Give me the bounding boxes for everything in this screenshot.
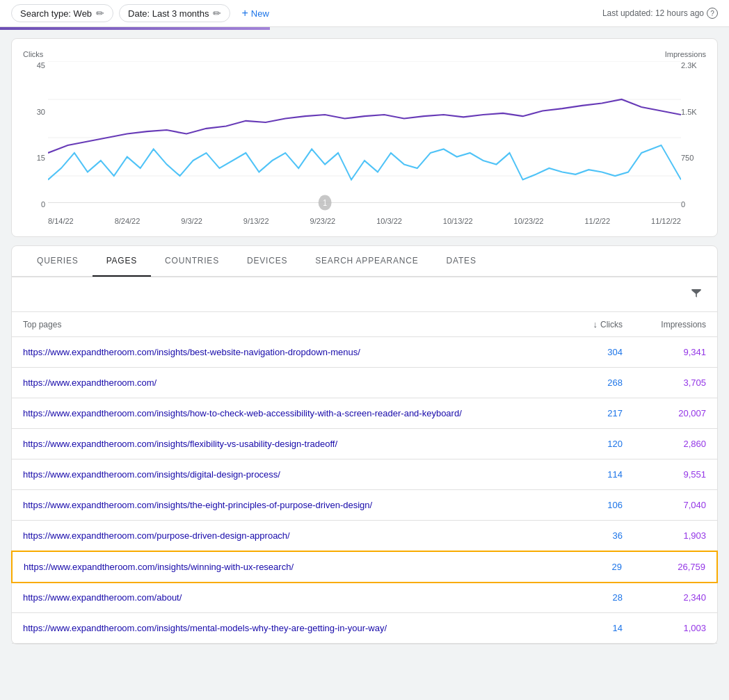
x-label-6: 10/13/22 — [443, 217, 473, 225]
y-left-30: 30 — [37, 108, 45, 116]
tabs-container: QUERIES PAGES COUNTRIES DEVICES SEARCH A… — [11, 245, 718, 277]
new-button[interactable]: + New — [236, 4, 274, 22]
table-row[interactable]: https://www.expandtheroom.com/insights/f… — [12, 429, 717, 459]
tabs: QUERIES PAGES COUNTRIES DEVICES SEARCH A… — [12, 246, 717, 277]
tab-devices[interactable]: DEVICES — [233, 246, 301, 277]
clicks-value: 268 — [539, 377, 623, 388]
help-icon[interactable]: ? — [707, 8, 718, 19]
impressions-value: 3,705 — [623, 377, 706, 388]
impressions-value: 7,040 — [623, 500, 706, 510]
impressions-value: 9,341 — [623, 347, 706, 357]
clicks-value: 29 — [538, 562, 622, 572]
table-row[interactable]: https://www.expandtheroom.com/insights/h… — [12, 398, 717, 429]
progress-bar — [0, 27, 270, 30]
page-url[interactable]: https://www.expandtheroom.com/insights/f… — [23, 439, 539, 449]
tab-countries[interactable]: COUNTRIES — [151, 246, 233, 277]
y-right-750: 750 — [681, 154, 694, 162]
y-axis-left: 45 30 15 0 — [23, 61, 45, 209]
x-label-5: 10/3/22 — [376, 217, 402, 225]
svg-text:1: 1 — [323, 198, 327, 207]
tab-pages[interactable]: PAGES — [93, 246, 151, 277]
filter-button[interactable] — [687, 283, 706, 306]
search-type-filter[interactable]: Search type: Web ✏ — [11, 4, 113, 22]
table-rows: https://www.expandtheroom.com/insights/b… — [12, 337, 717, 644]
chart-svg-area: 1 — [48, 61, 681, 214]
clicks-value: 106 — [539, 500, 623, 510]
impressions-axis-label: Impressions — [665, 50, 706, 58]
clicks-value: 217 — [539, 408, 623, 418]
sort-down-icon: ↓ — [593, 319, 598, 329]
last-updated-text: Last updated: 12 hours ago — [602, 8, 704, 18]
filter-row — [12, 277, 717, 312]
date-label: Date: Last 3 months — [128, 8, 209, 19]
page-url[interactable]: https://www.expandtheroom.com/insights/t… — [23, 500, 539, 510]
impressions-value: 2,340 — [623, 592, 706, 603]
table-row[interactable]: https://www.expandtheroom.com/insights/d… — [12, 459, 717, 490]
top-bar: Search type: Web ✏ Date: Last 3 months ✏… — [0, 0, 729, 27]
y-axis-right: 2.3K 1.5K 750 0 — [681, 61, 706, 209]
col-header-page: Top pages — [23, 320, 539, 329]
impressions-value: 9,551 — [623, 469, 706, 480]
impressions-value: 20,007 — [623, 408, 706, 418]
last-updated: Last updated: 12 hours ago ? — [602, 8, 718, 19]
page-url[interactable]: https://www.expandtheroom.com/insights/b… — [23, 347, 539, 357]
col-header-impressions: Impressions — [623, 320, 706, 329]
clicks-value: 14 — [539, 623, 623, 633]
clicks-value: 114 — [539, 469, 623, 480]
x-label-8: 11/2/22 — [584, 217, 610, 225]
clicks-value: 28 — [539, 592, 623, 603]
x-label-2: 9/3/22 — [181, 217, 202, 225]
page-url[interactable]: https://www.expandtheroom.com/insights/w… — [24, 562, 538, 572]
x-label-0: 8/14/22 — [48, 217, 74, 225]
edit-icon-date: ✏ — [213, 8, 221, 19]
clicks-value: 120 — [539, 439, 623, 449]
page-url[interactable]: https://www.expandtheroom.com/purpose-dr… — [23, 530, 539, 541]
clicks-value: 304 — [539, 347, 623, 357]
table-container: Top pages ↓ Clicks Impressions https://w… — [11, 277, 718, 644]
x-label-7: 10/23/22 — [514, 217, 544, 225]
impressions-value: 1,003 — [623, 623, 706, 633]
impressions-value: 26,759 — [622, 562, 705, 572]
y-right-0: 0 — [681, 200, 685, 209]
table-row[interactable]: https://www.expandtheroom.com/about/282,… — [12, 583, 717, 613]
chart-container: Clicks Impressions 45 30 15 0 2.3K 1.5K … — [11, 38, 718, 237]
y-right-1.5k: 1.5K — [681, 108, 697, 116]
table-row[interactable]: https://www.expandtheroom.com/2683,705 — [12, 368, 717, 398]
y-left-45: 45 — [37, 61, 45, 70]
date-filter[interactable]: Date: Last 3 months ✏ — [119, 4, 230, 22]
y-right-2.3k: 2.3K — [681, 61, 697, 70]
x-label-4: 9/23/22 — [310, 217, 336, 225]
table-row[interactable]: https://www.expandtheroom.com/insights/m… — [12, 613, 717, 644]
page-url[interactable]: https://www.expandtheroom.com/insights/d… — [23, 469, 539, 480]
tab-search-appearance[interactable]: SEARCH APPEARANCE — [301, 246, 432, 277]
chart-header: Clicks Impressions — [23, 50, 706, 58]
clicks-axis-label: Clicks — [23, 50, 43, 58]
search-type-label: Search type: Web — [20, 8, 92, 19]
x-label-3: 9/13/22 — [243, 217, 269, 225]
page-url[interactable]: https://www.expandtheroom.com/insights/h… — [23, 408, 539, 418]
edit-icon: ✏ — [96, 8, 104, 19]
page-url[interactable]: https://www.expandtheroom.com/ — [23, 377, 539, 388]
page-url[interactable]: https://www.expandtheroom.com/about/ — [23, 592, 539, 603]
tab-dates[interactable]: DATES — [433, 246, 490, 277]
y-left-0: 0 — [41, 200, 45, 209]
x-axis-labels: 8/14/22 8/24/22 9/3/22 9/13/22 9/23/22 1… — [48, 214, 681, 225]
tab-queries[interactable]: QUERIES — [23, 246, 93, 277]
col-header-clicks: ↓ Clicks — [539, 319, 623, 329]
page-url[interactable]: https://www.expandtheroom.com/insights/m… — [23, 623, 539, 633]
impressions-value: 2,860 — [623, 439, 706, 449]
table-header: Top pages ↓ Clicks Impressions — [12, 312, 717, 337]
impressions-value: 1,903 — [623, 530, 706, 541]
table-row[interactable]: https://www.expandtheroom.com/insights/t… — [12, 490, 717, 521]
new-button-label: New — [251, 8, 269, 19]
table-row[interactable]: https://www.expandtheroom.com/insights/w… — [11, 551, 718, 583]
plus-icon: + — [241, 7, 248, 19]
x-label-1: 8/24/22 — [115, 217, 141, 225]
table-row[interactable]: https://www.expandtheroom.com/purpose-dr… — [12, 521, 717, 551]
clicks-value: 36 — [539, 530, 623, 541]
x-label-9: 11/12/22 — [651, 217, 681, 225]
y-left-15: 15 — [37, 154, 45, 162]
table-row[interactable]: https://www.expandtheroom.com/insights/b… — [12, 337, 717, 368]
